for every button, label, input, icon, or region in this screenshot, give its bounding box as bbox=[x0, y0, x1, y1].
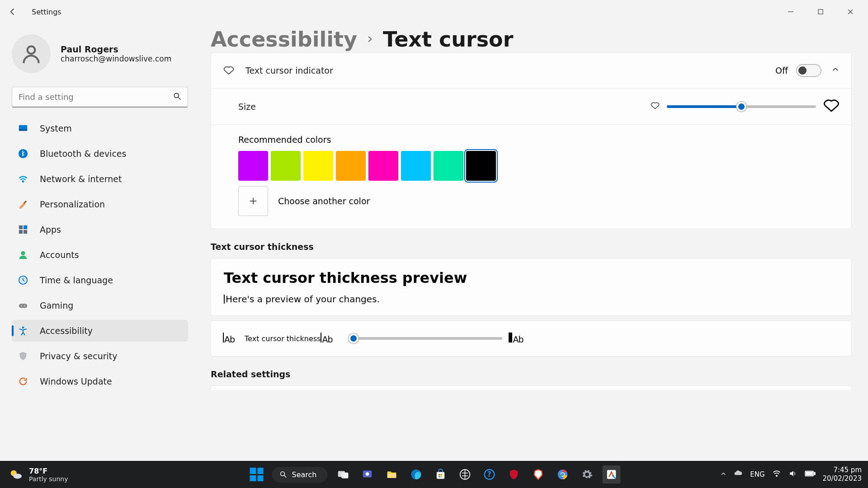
nav-label: Privacy & security bbox=[40, 351, 118, 361]
indicator-row[interactable]: Text cursor indicator Off bbox=[211, 53, 851, 88]
nav-gaming[interactable]: Gaming bbox=[12, 295, 188, 316]
svg-point-31 bbox=[366, 472, 369, 476]
volume-tray-icon[interactable] bbox=[788, 469, 797, 480]
clock-tray[interactable]: 7:45 pm 20/02/2023 bbox=[823, 466, 862, 483]
weather-widget[interactable]: 78°F Partly sunny bbox=[0, 467, 77, 483]
svg-rect-48 bbox=[814, 472, 815, 475]
tray-chevron-icon[interactable] bbox=[720, 470, 726, 479]
color-swatch[interactable] bbox=[401, 151, 431, 181]
related-section-header: Related settings bbox=[211, 369, 852, 379]
nav-personalization[interactable]: Personalization bbox=[12, 193, 188, 215]
nav-label: Personalization bbox=[40, 199, 105, 209]
svg-point-25 bbox=[13, 474, 22, 479]
tray-time: 7:45 pm bbox=[823, 466, 862, 474]
preview-title: Text cursor thickness preview bbox=[224, 269, 839, 286]
color-swatch[interactable] bbox=[238, 151, 268, 181]
language-indicator[interactable]: ENG bbox=[750, 470, 764, 479]
battery-tray-icon[interactable] bbox=[805, 469, 816, 480]
chat-button[interactable] bbox=[358, 465, 376, 483]
nav-update[interactable]: Windows Update bbox=[12, 371, 188, 392]
content: Accessibility › Text cursor Text cursor … bbox=[200, 23, 868, 461]
help-button[interactable]: ? bbox=[480, 465, 498, 483]
profile-email: charrosch@windowslive.com bbox=[61, 54, 171, 63]
thickness-label: Text cursor thickness bbox=[245, 334, 321, 343]
color-swatch[interactable] bbox=[434, 151, 463, 181]
nav-bluetooth[interactable]: Bluetooth & devices bbox=[12, 143, 188, 164]
start-button[interactable] bbox=[248, 465, 266, 483]
size-label: Size bbox=[238, 102, 256, 112]
nav-label: System bbox=[40, 123, 72, 133]
colors-block: Recommended colors Choose another color bbox=[211, 124, 851, 229]
color-swatch[interactable] bbox=[336, 151, 366, 181]
profile-name: Paul Rogers bbox=[61, 44, 171, 54]
svg-point-5 bbox=[174, 93, 179, 98]
weather-desc: Partly sunny bbox=[29, 475, 68, 483]
indicator-large-icon bbox=[823, 99, 840, 114]
breadcrumb-parent[interactable]: Accessibility bbox=[211, 29, 357, 50]
nav-accounts[interactable]: Accounts bbox=[12, 244, 188, 266]
explorer-button[interactable] bbox=[382, 465, 401, 483]
onedrive-icon[interactable] bbox=[734, 469, 743, 480]
chevron-up-icon[interactable] bbox=[831, 66, 840, 75]
chrome-button[interactable] bbox=[553, 465, 571, 483]
indicator-small-icon bbox=[651, 102, 660, 112]
svg-point-16 bbox=[21, 251, 25, 255]
wifi-tray-icon[interactable] bbox=[772, 469, 781, 480]
svg-point-21 bbox=[22, 326, 24, 328]
nav-label: Accounts bbox=[40, 250, 79, 260]
color-swatch[interactable] bbox=[368, 151, 398, 181]
indicator-toggle[interactable] bbox=[796, 64, 821, 77]
accessibility-icon bbox=[18, 326, 28, 336]
task-view-button[interactable] bbox=[334, 465, 352, 483]
snipping-tool-button[interactable] bbox=[602, 465, 620, 483]
color-swatch[interactable] bbox=[271, 151, 301, 181]
svg-rect-13 bbox=[24, 225, 27, 229]
svg-rect-12 bbox=[19, 225, 23, 229]
brave-button[interactable] bbox=[529, 465, 547, 483]
color-swatch[interactable] bbox=[466, 151, 496, 181]
settings-taskbar-button[interactable] bbox=[578, 465, 596, 483]
edge-button[interactable] bbox=[407, 465, 425, 483]
search-box[interactable] bbox=[12, 87, 188, 108]
store-button[interactable] bbox=[431, 465, 449, 483]
preview-text: Here's a preview of your changes. bbox=[224, 294, 839, 305]
nav-system[interactable]: System bbox=[12, 117, 188, 139]
window-title: Settings bbox=[32, 8, 61, 16]
svg-point-10 bbox=[23, 181, 24, 182]
nav-apps[interactable]: Apps bbox=[12, 219, 188, 240]
chevron-right-icon: › bbox=[367, 30, 373, 47]
svg-rect-18 bbox=[19, 304, 27, 308]
weather-temp: 78°F bbox=[29, 467, 68, 475]
size-slider[interactable] bbox=[667, 105, 816, 108]
maximize-button[interactable] bbox=[807, 5, 834, 19]
app-icon-1[interactable] bbox=[456, 465, 474, 483]
profile-block[interactable]: Paul Rogers charrosch@windowslive.com bbox=[12, 31, 188, 84]
svg-point-20 bbox=[24, 305, 25, 306]
taskbar-search[interactable]: Search bbox=[272, 467, 328, 483]
choose-color-button[interactable] bbox=[238, 186, 268, 216]
back-button[interactable] bbox=[5, 4, 21, 20]
mcafee-button[interactable] bbox=[505, 465, 523, 483]
thickness-small-icon: Ab bbox=[321, 333, 332, 344]
update-icon bbox=[18, 376, 28, 386]
svg-rect-38 bbox=[440, 476, 442, 477]
nav-time[interactable]: Time & language bbox=[12, 269, 188, 291]
minimize-button[interactable] bbox=[778, 5, 804, 19]
svg-line-6 bbox=[179, 98, 181, 100]
nav-privacy[interactable]: Privacy & security bbox=[12, 345, 188, 367]
search-input[interactable] bbox=[12, 87, 188, 108]
thickness-slider[interactable] bbox=[349, 337, 502, 340]
nav-label: Gaming bbox=[40, 300, 73, 310]
system-tray: ENG 7:45 pm 20/02/2023 bbox=[720, 466, 868, 483]
choose-color-label: Choose another color bbox=[278, 196, 370, 206]
nav-accessibility[interactable]: Accessibility bbox=[12, 320, 188, 342]
svg-rect-15 bbox=[24, 230, 27, 234]
color-swatch[interactable] bbox=[303, 151, 333, 181]
nav-label: Network & internet bbox=[40, 174, 122, 184]
indicator-card: Text cursor indicator Off Size bbox=[211, 52, 852, 229]
nav-network[interactable]: Network & internet bbox=[12, 168, 188, 190]
close-button[interactable] bbox=[837, 5, 863, 19]
titlebar: Settings bbox=[0, 0, 868, 23]
nav-label: Time & language bbox=[40, 275, 113, 285]
person-icon bbox=[18, 250, 28, 260]
